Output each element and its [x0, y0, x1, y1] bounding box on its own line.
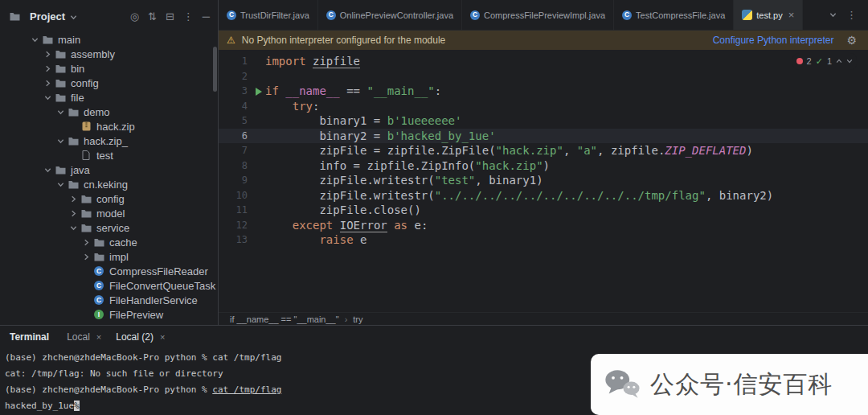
- code-line[interactable]: 11 zipFile.close(): [219, 203, 868, 218]
- code-editor[interactable]: 1import zipfile23if __name__ == "__main_…: [219, 50, 868, 312]
- tree-item[interactable]: impl: [0, 249, 218, 264]
- java-class-icon: C: [326, 10, 336, 20]
- chevron-right-icon[interactable]: [80, 253, 92, 261]
- chevron-down-icon[interactable]: [70, 14, 77, 21]
- gutter[interactable]: 8: [219, 158, 265, 174]
- tree-item[interactable]: assembly: [0, 47, 218, 61]
- editor-tab[interactable]: CCompressFilePreviewImpl.java: [462, 0, 614, 30]
- chevron-down-icon[interactable]: [42, 94, 54, 101]
- tree-item[interactable]: CFileConvertQueueTask: [0, 278, 218, 293]
- editor-tab[interactable]: CTestCompressFile.java: [614, 0, 734, 30]
- chevron-down-icon[interactable]: [68, 224, 80, 232]
- configure-interpreter-link[interactable]: Configure Python interpreter: [713, 35, 834, 46]
- gutter[interactable]: 1: [219, 54, 265, 69]
- gutter[interactable]: 3: [219, 84, 265, 99]
- collapse-all-icon[interactable]: ⊟: [166, 11, 174, 22]
- tree-item[interactable]: service: [0, 220, 218, 235]
- breadcrumb-item[interactable]: if __name__ == "__main__": [230, 314, 339, 324]
- project-scrollbar[interactable]: [213, 47, 217, 92]
- close-icon[interactable]: ×: [96, 333, 101, 342]
- editor-tab[interactable]: CTrustDirFilter.java: [219, 0, 318, 30]
- gutter[interactable]: 5: [219, 113, 265, 129]
- chevron-down-icon[interactable]: [42, 166, 54, 174]
- locate-file-icon[interactable]: ◎: [130, 11, 139, 22]
- tree-item[interactable]: config: [0, 191, 218, 206]
- tree-item[interactable]: bin: [0, 61, 218, 76]
- code-line[interactable]: 9 zipFile.writestr("test", binary1): [219, 173, 868, 188]
- tree-item[interactable]: file: [0, 90, 218, 105]
- gutter[interactable]: 13: [219, 232, 265, 248]
- tree-item[interactable]: hack.zip: [0, 119, 218, 134]
- code-line[interactable]: 3if __name__ == "__main__":: [219, 84, 868, 99]
- chevron-right-icon[interactable]: [42, 51, 54, 58]
- gutter[interactable]: 6: [219, 129, 265, 144]
- line-number: 12: [236, 218, 248, 233]
- tree-item[interactable]: CFileHandlerService: [0, 293, 218, 307]
- chevron-right-icon[interactable]: [42, 65, 54, 72]
- code-token: if: [265, 84, 285, 97]
- tree-item[interactable]: IFilePreview: [0, 307, 218, 322]
- chevron-down-icon[interactable]: [55, 181, 67, 188]
- gutter[interactable]: 10: [219, 188, 265, 203]
- gear-icon[interactable]: ⚙: [846, 35, 857, 46]
- chevron-right-icon[interactable]: [42, 80, 54, 87]
- tab-options-icon[interactable]: ⋮: [846, 9, 857, 21]
- chevron-right-icon[interactable]: [68, 210, 80, 217]
- editor-tab[interactable]: test.py×: [734, 0, 803, 30]
- tree-item[interactable]: demo: [0, 105, 218, 119]
- code-line[interactable]: 13 raise e: [219, 232, 868, 248]
- tree-item[interactable]: main: [0, 32, 218, 47]
- project-panel-title[interactable]: Project: [30, 10, 65, 23]
- terminal-tab[interactable]: Local (2)×: [116, 331, 165, 343]
- hide-panel-icon[interactable]: ─: [203, 11, 210, 22]
- line-number: 11: [236, 203, 248, 218]
- tree-item[interactable]: cache: [0, 235, 218, 249]
- run-icon[interactable]: [256, 88, 262, 96]
- tree-item[interactable]: model: [0, 206, 218, 220]
- tree-item[interactable]: cn.keking: [0, 177, 218, 191]
- inspections-widget[interactable]: 2 ✓ 1: [792, 53, 857, 70]
- code-line[interactable]: 10 zipFile.writestr("../../../../../../.…: [219, 188, 868, 203]
- code-line[interactable]: 12 except IOError as e:: [219, 218, 868, 233]
- tree-item[interactable]: java: [0, 162, 218, 177]
- file-link[interactable]: cat /tmp/flag: [212, 384, 281, 395]
- tree-item[interactable]: test: [0, 148, 218, 162]
- tree-item[interactable]: hack.zip_: [0, 134, 218, 148]
- gutter[interactable]: 9: [219, 173, 265, 188]
- chevron-right-icon[interactable]: [80, 239, 92, 246]
- code-line[interactable]: 7 zipFile = zipfile.ZipFile("hack.zip", …: [219, 143, 868, 158]
- chevron-down-icon[interactable]: [55, 138, 67, 145]
- scroll-sync-icon[interactable]: ⇅: [148, 11, 157, 22]
- gutter[interactable]: 2: [219, 69, 265, 84]
- chevron-down-icon[interactable]: [55, 109, 67, 116]
- more-actions-icon[interactable]: ⋮: [183, 11, 194, 22]
- code-line[interactable]: 4 try:: [219, 99, 868, 114]
- chevron-down-icon[interactable]: [29, 36, 41, 43]
- tab-label: OnlinePreviewController.java: [340, 10, 453, 20]
- chevron-right-icon[interactable]: [68, 195, 80, 203]
- folder-icon: [92, 253, 105, 261]
- gutter[interactable]: 12: [219, 218, 265, 233]
- code-line[interactable]: 8 info = zipfile.ZipInfo("hack.zip"): [219, 158, 868, 174]
- tree-item[interactable]: config: [0, 76, 218, 90]
- breadcrumb-item[interactable]: try: [353, 314, 362, 324]
- close-icon[interactable]: ×: [788, 10, 795, 20]
- gutter[interactable]: 7: [219, 143, 265, 158]
- prev-issue-icon[interactable]: [836, 58, 842, 64]
- terminal-title[interactable]: Terminal: [10, 331, 49, 343]
- code-token: zipFile = zipfile.ZipFile(: [265, 144, 496, 157]
- archive-icon: [80, 121, 92, 131]
- folder-icon: [54, 93, 67, 102]
- code-line[interactable]: 1import zipfile: [219, 54, 868, 69]
- code-line[interactable]: 5 binary1 = b'1ueeeeee': [219, 113, 868, 129]
- code-line[interactable]: 6 binary2 = b'hacked_by_1ue': [219, 129, 868, 144]
- terminal-tab[interactable]: Local×: [67, 331, 101, 343]
- editor-tab[interactable]: COnlinePreviewController.java: [318, 0, 462, 30]
- next-issue-icon[interactable]: [846, 58, 853, 64]
- hidden-tabs-icon[interactable]: [829, 9, 837, 21]
- close-icon[interactable]: ×: [160, 333, 165, 342]
- code-line[interactable]: 2: [219, 69, 868, 84]
- gutter[interactable]: 11: [219, 203, 265, 218]
- gutter[interactable]: 4: [219, 99, 265, 114]
- tree-item[interactable]: CCompressFileReader: [0, 264, 218, 278]
